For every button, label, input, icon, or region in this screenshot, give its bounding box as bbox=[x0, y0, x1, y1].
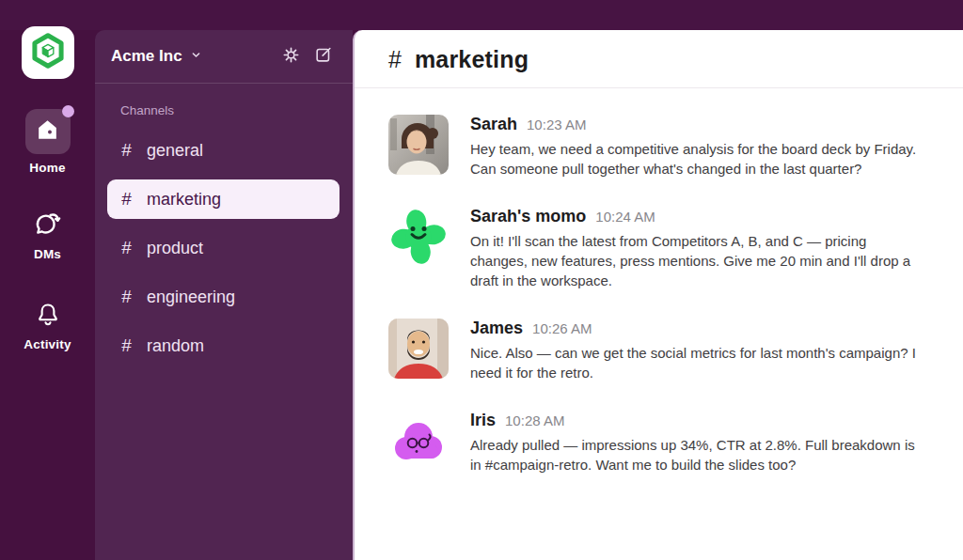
top-bar bbox=[0, 0, 963, 30]
channel-title-bar[interactable]: # marketing bbox=[355, 30, 963, 88]
channel-list: # general # marketing # product # engine… bbox=[95, 126, 353, 370]
message-author[interactable]: Sarah bbox=[470, 115, 517, 134]
message-text: Hey team, we need a competitive analysis… bbox=[470, 139, 920, 179]
message-list: Sarah 10:23 AM Hey team, we need a compe… bbox=[355, 88, 963, 560]
app-window: Home DMs bbox=[0, 0, 963, 560]
channel-item-product[interactable]: # product bbox=[107, 228, 339, 268]
hash-icon: # bbox=[119, 287, 134, 307]
message-header: Iris 10:28 AM bbox=[470, 411, 920, 430]
channel-title: marketing bbox=[415, 46, 529, 73]
hash-icon: # bbox=[388, 46, 402, 73]
channel-name: general bbox=[147, 141, 203, 161]
rail-item-label: DMs bbox=[34, 247, 61, 261]
activity-bell-icon bbox=[32, 299, 64, 331]
message-header: James 10:26 AM bbox=[470, 319, 920, 338]
channel-name: engineering bbox=[147, 288, 235, 307]
channel-item-engineering[interactable]: # engineering bbox=[107, 277, 339, 317]
channel-name: product bbox=[147, 239, 203, 258]
left-rail: Home DMs bbox=[0, 30, 95, 560]
message-body: James 10:26 AM Nice. Also — can we get t… bbox=[470, 319, 920, 382]
sidebar: Acme Inc bbox=[95, 30, 353, 560]
message-text: On it! I'll scan the latest from Competi… bbox=[470, 231, 920, 290]
message-body: Iris 10:28 AM Already pulled — impressio… bbox=[470, 411, 920, 474]
message-header: Sarah's momo 10:24 AM bbox=[470, 207, 920, 226]
compose-icon bbox=[314, 45, 333, 68]
gear-icon bbox=[281, 45, 301, 69]
compose-button[interactable] bbox=[311, 44, 336, 69]
home-icon bbox=[35, 117, 60, 147]
channel-item-general[interactable]: # general bbox=[107, 131, 339, 170]
message-row: Sarah 10:23 AM Hey team, we need a compe… bbox=[388, 115, 925, 179]
message-body: Sarah 10:23 AM Hey team, we need a compe… bbox=[470, 115, 920, 179]
message-timestamp: 10:24 AM bbox=[595, 209, 655, 225]
message-timestamp: 10:23 AM bbox=[527, 117, 586, 132]
rail-item-activity[interactable]: Activity bbox=[24, 299, 71, 351]
workspace-logo-button[interactable] bbox=[22, 26, 74, 79]
message-text: Nice. Also — can we get the social metri… bbox=[470, 343, 920, 382]
rail-item-label: Activity bbox=[24, 337, 71, 351]
body-row: Home DMs bbox=[0, 30, 963, 560]
hash-icon: # bbox=[119, 335, 134, 356]
message-row: Iris 10:28 AM Already pulled — impressio… bbox=[388, 411, 925, 474]
sidebar-header: Acme Inc bbox=[95, 30, 353, 84]
home-button[interactable] bbox=[25, 109, 71, 154]
channel-name: random bbox=[147, 336, 204, 356]
chevron-down-icon bbox=[189, 48, 203, 66]
workspace-name: Acme Inc bbox=[111, 47, 182, 66]
channel-item-marketing[interactable]: # marketing bbox=[107, 179, 339, 219]
channels-section-label: Channels bbox=[120, 103, 353, 117]
settings-button[interactable] bbox=[278, 44, 303, 69]
message-row: Sarah's momo 10:24 AM On it! I'll scan t… bbox=[388, 207, 925, 290]
avatar-iris[interactable] bbox=[388, 411, 449, 471]
message-timestamp: 10:28 AM bbox=[505, 412, 564, 428]
message-body: Sarah's momo 10:24 AM On it! I'll scan t… bbox=[470, 207, 920, 290]
hash-icon: # bbox=[119, 238, 134, 258]
message-author[interactable]: Sarah's momo bbox=[470, 207, 586, 226]
main-panel: # marketing bbox=[353, 30, 963, 560]
cube-hexagon-logo-icon bbox=[29, 32, 67, 73]
message-author[interactable]: James bbox=[470, 319, 523, 338]
avatar-sarah[interactable] bbox=[388, 115, 449, 175]
message-header: Sarah 10:23 AM bbox=[470, 115, 920, 134]
rail-item-dms[interactable]: DMs bbox=[32, 209, 64, 261]
dms-icon bbox=[32, 209, 64, 241]
message-row: James 10:26 AM Nice. Also — can we get t… bbox=[388, 319, 925, 382]
rail-item-home[interactable]: Home bbox=[25, 109, 71, 175]
message-author[interactable]: Iris bbox=[470, 411, 496, 430]
channel-item-random[interactable]: # random bbox=[107, 326, 339, 366]
rail-item-label: Home bbox=[29, 161, 65, 175]
message-timestamp: 10:26 AM bbox=[532, 320, 592, 336]
message-text: Already pulled — impressions up 34%, CTR… bbox=[470, 435, 920, 474]
avatar-momo[interactable] bbox=[388, 207, 449, 267]
avatar-james[interactable] bbox=[388, 319, 449, 379]
workspace-switcher[interactable]: Acme Inc bbox=[111, 47, 203, 66]
channel-name: marketing bbox=[147, 190, 221, 210]
notification-dot bbox=[62, 105, 74, 117]
hash-icon: # bbox=[119, 189, 134, 210]
hash-icon: # bbox=[119, 140, 134, 161]
